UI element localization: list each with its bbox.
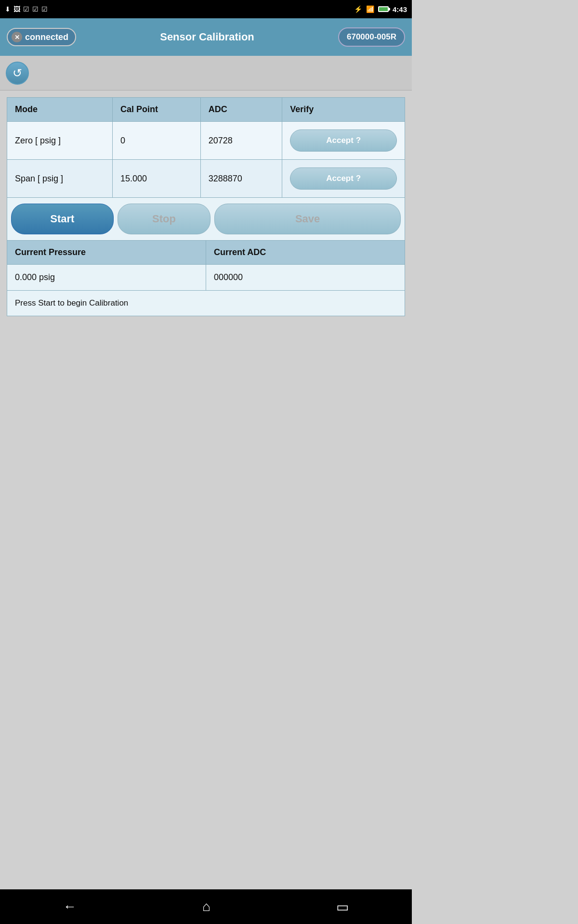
status-bar-left-icons: ⬇ 🖼 ☑ ☑ ☑: [5, 5, 48, 13]
close-icon[interactable]: ✕: [12, 32, 22, 42]
connected-label: connected: [25, 32, 68, 42]
bluetooth-icon: ⚡: [354, 5, 362, 13]
zero-mode-cell: Zero [ psig ]: [7, 122, 113, 160]
battery-icon: [378, 6, 389, 12]
col-header-calpoint: Cal Point: [112, 98, 200, 122]
current-pressure-value: 0.000 psig: [7, 265, 206, 290]
span-calpoint-cell: 15.000: [112, 160, 200, 198]
check-icon-2: ☑: [32, 5, 39, 13]
status-bar-right: ⚡ 📶 4:43: [354, 5, 407, 13]
download-icon: ⬇: [5, 5, 11, 13]
col-header-verify: Verify: [282, 98, 405, 122]
check-icon-1: ☑: [23, 5, 29, 13]
status-bar: ⬇ 🖼 ☑ ☑ ☑ ⚡ 📶 4:43: [0, 0, 412, 18]
current-pressure-header: Current Pressure: [7, 241, 206, 264]
span-verify-cell: Accept ?: [282, 160, 405, 198]
app-header: ✕ connected Sensor Calibration 670000-00…: [0, 18, 412, 56]
home-button[interactable]: ⌂: [202, 899, 210, 914]
current-adc-value: 000000: [206, 265, 405, 290]
image-icon: 🖼: [13, 5, 20, 13]
status-message: Press Start to begin Calibration: [7, 291, 405, 316]
save-button[interactable]: Save: [214, 204, 401, 234]
sub-header: ↺: [0, 56, 412, 90]
zero-calpoint-cell: 0: [112, 122, 200, 160]
stop-button-cell: Stop: [118, 204, 210, 234]
nav-bar: ← ⌂ ▭: [0, 889, 412, 924]
main-content: Mode Cal Point ADC Verify Zero [ psig ] …: [0, 90, 412, 924]
accept-zero-button[interactable]: Accept ?: [290, 129, 397, 152]
back-button[interactable]: ←: [63, 899, 77, 914]
accept-span-button[interactable]: Accept ?: [290, 167, 397, 190]
recents-button[interactable]: ▭: [336, 899, 349, 915]
span-mode-cell: Span [ psig ]: [7, 160, 113, 198]
action-button-row: Start Stop Save: [7, 198, 405, 241]
connected-badge[interactable]: ✕ connected: [7, 28, 76, 46]
stop-button[interactable]: Stop: [118, 204, 210, 234]
table-row: Zero [ psig ] 0 20728 Accept ?: [7, 122, 405, 160]
zero-adc-cell: 20728: [200, 122, 282, 160]
table-row: Span [ psig ] 15.000 3288870 Accept ?: [7, 160, 405, 198]
check-icon-3: ☑: [41, 5, 48, 13]
current-adc-header: Current ADC: [206, 241, 405, 264]
refresh-icon: ↺: [13, 66, 22, 80]
status-value-row: 0.000 psig 000000: [7, 265, 405, 291]
col-header-mode: Mode: [7, 98, 113, 122]
span-adc-cell: 3288870: [200, 160, 282, 198]
zero-verify-cell: Accept ?: [282, 122, 405, 160]
status-header-row: Current Pressure Current ADC: [7, 241, 405, 265]
status-time: 4:43: [393, 5, 407, 13]
save-button-cell: Save: [214, 204, 401, 234]
refresh-button[interactable]: ↺: [6, 62, 29, 85]
start-button[interactable]: Start: [11, 204, 114, 234]
wifi-icon: 📶: [366, 5, 374, 13]
col-header-adc: ADC: [200, 98, 282, 122]
page-title: Sensor Calibration: [160, 31, 254, 43]
calibration-table: Mode Cal Point ADC Verify Zero [ psig ] …: [7, 97, 405, 198]
start-button-cell: Start: [11, 204, 114, 234]
device-id-badge[interactable]: 670000-005R: [338, 27, 405, 47]
